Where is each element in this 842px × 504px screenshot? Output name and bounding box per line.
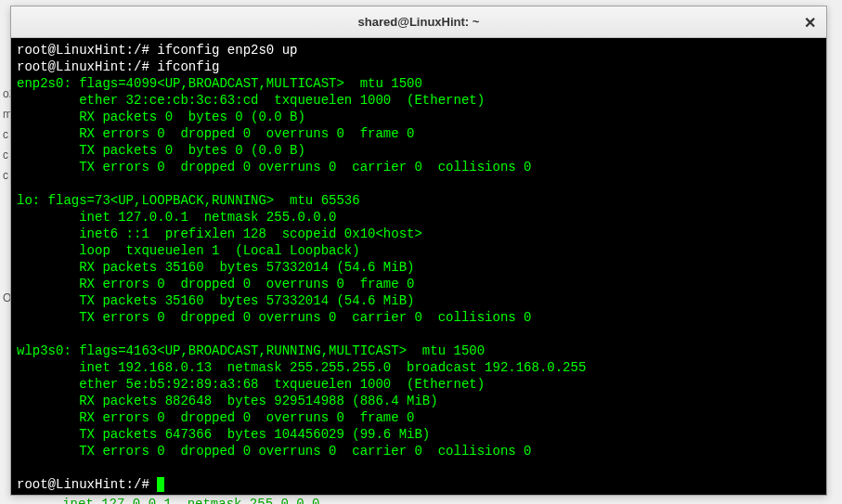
output-line: wlp3s0: flags=4163<UP,BROADCAST,RUNNING,… bbox=[17, 343, 485, 358]
output-line: TX packets 647366 bytes 104456029 (99.6 … bbox=[17, 427, 430, 442]
output-line: inet 192.168.0.13 netmask 255.255.255.0 … bbox=[17, 360, 586, 375]
close-icon: ✕ bbox=[804, 14, 816, 32]
titlebar[interactable]: shared@LinuxHint: ~ ✕ bbox=[11, 6, 826, 38]
command-text: ifconfig bbox=[157, 59, 219, 74]
output-line: TX packets 35160 bytes 57332014 (54.6 Mi… bbox=[17, 293, 414, 308]
shell-prompt: root@LinuxHint:/# bbox=[17, 43, 149, 58]
output-line: TX errors 0 dropped 0 overruns 0 carrier… bbox=[17, 444, 532, 459]
output-line: RX errors 0 dropped 0 overruns 0 frame 0 bbox=[17, 277, 414, 291]
output-line: loop txqueuelen 1 (Local Loopback) bbox=[17, 243, 360, 258]
output-line: inet 127.0.0.1 netmask 255.0.0.0 bbox=[17, 210, 336, 225]
shell-prompt: root@LinuxHint:/# bbox=[17, 59, 149, 74]
command-text: ifconfig enp2s0 up bbox=[157, 43, 297, 58]
terminal-window: shared@LinuxHint: ~ ✕ root@LinuxHint:/# … bbox=[10, 6, 827, 496]
output-line: enp2s0: flags=4099<UP,BROADCAST,MULTICAS… bbox=[17, 76, 422, 91]
output-line: RX errors 0 dropped 0 overruns 0 frame 0 bbox=[17, 126, 414, 141]
output-line: RX errors 0 dropped 0 overruns 0 frame 0 bbox=[17, 410, 414, 425]
terminal-content[interactable]: root@LinuxHint:/# ifconfig enp2s0 up roo… bbox=[11, 38, 826, 495]
output-line: ether 32:ce:cb:3c:63:cd txqueuelen 1000 … bbox=[17, 93, 485, 108]
close-button[interactable]: ✕ bbox=[798, 11, 821, 33]
output-line: ether 5e:b5:92:89:a3:68 txqueuelen 1000 … bbox=[17, 377, 485, 392]
cursor bbox=[157, 477, 164, 492]
output-line: inet6 ::1 prefixlen 128 scopeid 0x10<hos… bbox=[17, 226, 422, 241]
output-line: RX packets 0 bytes 0 (0.0 B) bbox=[17, 110, 305, 124]
output-line: lo: flags=73<UP,LOOPBACK,RUNNING> mtu 65… bbox=[17, 193, 360, 208]
output-line: TX errors 0 dropped 0 overruns 0 carrier… bbox=[17, 310, 532, 325]
background-terminal-fragment: inet 127.0.0.1 netmask 255.0.0.0 bbox=[0, 497, 319, 504]
output-line: RX packets 35160 bytes 57332014 (54.6 Mi… bbox=[17, 260, 414, 275]
output-line: RX packets 882648 bytes 929514988 (886.4… bbox=[17, 394, 438, 408]
window-title: shared@LinuxHint: ~ bbox=[358, 15, 480, 29]
shell-prompt: root@LinuxHint:/# bbox=[17, 477, 149, 492]
output-line: TX packets 0 bytes 0 (0.0 B) bbox=[17, 143, 305, 158]
output-line: TX errors 0 dropped 0 overruns 0 carrier… bbox=[17, 160, 532, 174]
